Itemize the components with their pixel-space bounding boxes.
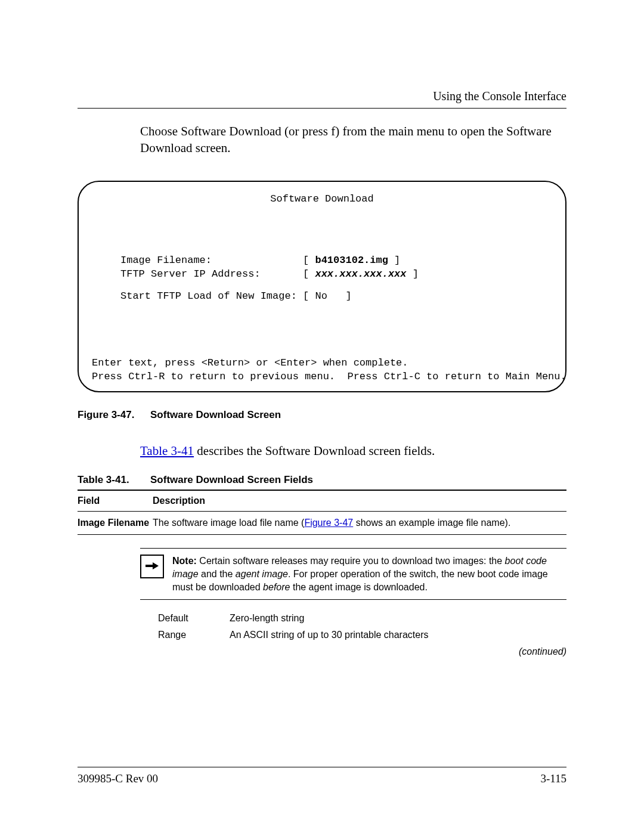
footer-rule [78, 767, 566, 767]
figure-link[interactable]: Figure 3-47 [304, 518, 353, 528]
field-desc-cell: The software image load file name (Figur… [153, 512, 566, 535]
footer-doc-rev: 309985-C Rev 00 [78, 772, 158, 785]
running-head: Using the Console Interface [78, 89, 566, 103]
sub-value: An ASCII string of up to 30 printable ch… [230, 630, 429, 640]
footer-row: 309985-C Rev 00 3-115 [78, 772, 566, 785]
terminal-label: Start TFTP Load of New Image: [120, 290, 297, 302]
figure-caption: Figure 3-47.Software Download Screen [78, 409, 566, 421]
continued-label: (continued) [78, 646, 566, 657]
desc-text: The software image load file name ( [153, 518, 304, 528]
sub-table-row: Range An ASCII string of up to 30 printa… [158, 630, 566, 640]
note-icon-box [140, 555, 164, 578]
figure-number: Figure 3-47. [78, 409, 150, 421]
note-italic: agent image [236, 569, 288, 579]
terminal-footer-line: Press Ctrl-R to return to previous menu.… [92, 370, 552, 384]
table-caption: Table 3-41.Software Download Screen Fiel… [78, 474, 566, 486]
spacer [261, 268, 303, 280]
terminal-label: TFTP Server IP Address: [120, 268, 261, 280]
note-text: Certain software releases may require yo… [199, 556, 504, 566]
terminal-value-start-load: No [315, 290, 327, 302]
col-field: Field [78, 490, 153, 512]
note-text: and the [199, 569, 236, 579]
intro-paragraph: Choose Software Download (or press f) fr… [140, 123, 566, 157]
table-number: Table 3-41. [78, 474, 150, 486]
note-body: Note: Certain software releases may requ… [172, 555, 566, 593]
note-label: Note: [172, 556, 199, 566]
spacer [297, 290, 303, 302]
running-rule [78, 108, 566, 109]
arrow-right-icon [145, 561, 159, 574]
footer-page-number: 3-115 [540, 772, 566, 785]
terminal-screen: Software Download Image Filename: [ b410… [78, 181, 566, 393]
table-link[interactable]: Table 3-41 [140, 444, 194, 458]
sub-table-row: Default Zero-length string [158, 613, 566, 624]
terminal-value-image-filename: b4103102.img [315, 255, 388, 266]
fields-table: Field Description Image Filename The sof… [78, 490, 566, 535]
terminal-row-image-filename: Image Filename: [ b4103102.img ] [92, 254, 552, 268]
field-name-cell: Image Filename [78, 512, 153, 535]
note-italic: before [263, 582, 290, 592]
note-text: the agent image is downloaded. [290, 582, 427, 592]
body-text: describes the Software Download screen f… [194, 444, 435, 458]
table-row: Image Filename The software image load f… [78, 512, 566, 535]
spacer [212, 255, 303, 266]
terminal-footer-line: Enter text, press <Return> or <Enter> wh… [92, 357, 552, 370]
table-header-row: Field Description [78, 490, 566, 512]
table-title: Software Download Screen Fields [150, 474, 313, 485]
terminal-row-start-load: Start TFTP Load of New Image: [ No ] [92, 290, 552, 304]
page-footer: 309985-C Rev 00 3-115 [78, 767, 566, 785]
terminal-row-tftp-ip: TFTP Server IP Address: [ xxx.xxx.xxx.xx… [92, 268, 552, 281]
body-paragraph: Table 3-41 describes the Software Downlo… [140, 444, 566, 459]
sub-key: Default [158, 613, 230, 624]
desc-text: shows an example image file name). [353, 518, 510, 528]
page: Using the Console Interface Choose Softw… [0, 0, 644, 833]
sub-value: Zero-length string [230, 613, 304, 624]
terminal-title: Software Download [92, 193, 552, 206]
sub-table: Default Zero-length string Range An ASCI… [158, 613, 566, 640]
terminal-label: Image Filename: [120, 255, 212, 266]
figure-title: Software Download Screen [150, 409, 281, 420]
note-block: Note: Certain software releases may requ… [140, 548, 566, 600]
terminal-value-tftp-ip: xxx.xxx.xxx.xxx [315, 268, 406, 280]
sub-key: Range [158, 630, 230, 640]
col-description: Description [153, 490, 566, 512]
terminal-footer: Enter text, press <Return> or <Enter> wh… [92, 357, 552, 384]
